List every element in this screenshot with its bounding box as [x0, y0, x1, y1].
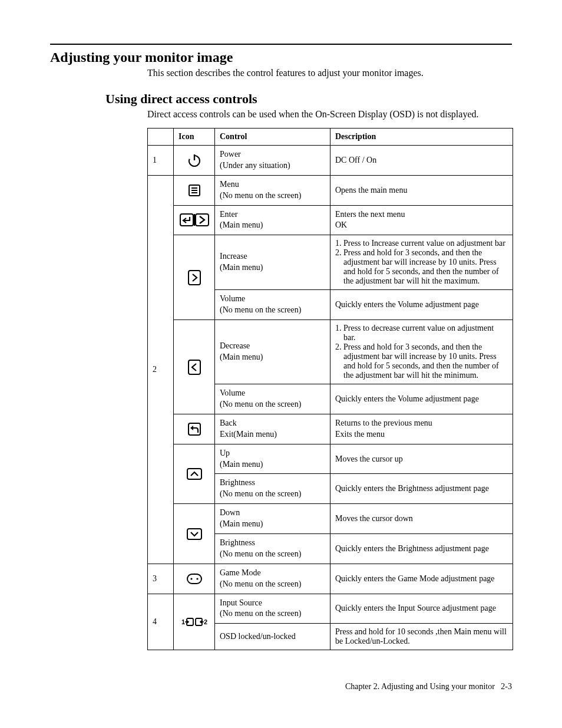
description-cell: Quickly enters the Input Source adjustme…	[330, 594, 513, 624]
control-name: Increase	[220, 252, 247, 261]
control-cell: Menu(No menu on the screen)	[215, 175, 330, 205]
control-name: Up	[220, 449, 230, 457]
desc-line: 2. Press and hold for 3 seconds, and the…	[335, 248, 508, 286]
control-cell: OSD locked/un-locked	[215, 624, 330, 650]
control-context: (No menu on the screen)	[220, 579, 301, 588]
desc-line: Enters the next menu	[335, 210, 405, 219]
description-cell: Moves the cursor down	[330, 504, 513, 534]
control-cell: Enter(Main menu)	[215, 205, 330, 235]
menu-icon	[174, 175, 215, 205]
description-cell: DC Off / On	[330, 146, 513, 176]
control-cell: Input Source(No menu on the screen)	[215, 594, 330, 624]
table-row: Enter(Main menu) Enters the next menuOK	[148, 205, 513, 235]
control-context: (Main menu)	[220, 220, 263, 229]
th-control: Control	[215, 129, 330, 146]
svg-rect-10	[189, 360, 200, 374]
control-context: (Under any situation)	[220, 161, 290, 170]
control-context: (No menu on the screen)	[220, 609, 301, 618]
control-cell: Power(Under any situation)	[215, 146, 330, 176]
row-number: 2	[148, 175, 174, 564]
control-name: Volume	[220, 294, 245, 303]
back-icon	[174, 414, 215, 444]
intro-text-1: This section describes the control featu…	[50, 68, 512, 78]
description-cell: Enters the next menuOK	[330, 205, 513, 235]
svg-rect-11	[189, 423, 200, 435]
control-cell: Decrease(Main menu)	[215, 320, 330, 384]
description-cell: Quickly enters the Brightness adjustment…	[330, 474, 513, 504]
control-context: (No menu on the screen)	[220, 305, 301, 314]
table-row: BackExit(Main menu) Returns to the previ…	[148, 414, 513, 444]
table-row: Decrease(Main menu) 1. Press to decrease…	[148, 320, 513, 384]
svg-text:1: 1	[181, 618, 185, 625]
control-cell: Brightness(No menu on the screen)	[215, 534, 330, 564]
description-cell: 1. Press to decrease current value on ad…	[330, 320, 513, 384]
control-context: (No menu on the screen)	[220, 191, 301, 200]
description-cell: Moves the cursor up	[330, 444, 513, 474]
control-cell: Brightness(No menu on the screen)	[215, 474, 330, 504]
th-icon: Icon	[174, 129, 215, 146]
table-row: 1 Power(Under any situation) DC Off / On	[148, 146, 513, 176]
table-row: 4 1 2 Input Source(No menu on the screen…	[148, 594, 513, 624]
row-number: 3	[148, 564, 174, 594]
controls-table: Icon Control Description 1 Power(Under a…	[147, 128, 513, 650]
control-name: Back	[220, 419, 237, 427]
desc-line: 1. Press to Increase current value on ad…	[335, 239, 508, 248]
description-cell: Quickly enters the Volume adjustment pag…	[330, 290, 513, 320]
heading-2: Using direct access controls	[50, 91, 512, 107]
svg-point-15	[190, 578, 192, 579]
power-icon	[174, 146, 215, 176]
control-context: Exit(Main menu)	[220, 430, 277, 439]
svg-text:2: 2	[204, 618, 207, 625]
control-context: (Main menu)	[220, 263, 263, 272]
chevron-up-icon	[174, 444, 215, 504]
control-name: Down	[220, 508, 240, 517]
gamepad-icon	[174, 564, 215, 594]
svg-rect-12	[187, 469, 201, 479]
table-row: 2 Menu(No menu on the screen) Opens the …	[148, 175, 513, 205]
control-context: (No menu on the screen)	[220, 549, 301, 558]
svg-point-16	[196, 578, 198, 579]
page-footer: Chapter 2. Adjusting and Using your moni…	[345, 682, 512, 691]
th-blank	[148, 129, 174, 146]
table-row: Increase(Main menu) 1. Press to Increase…	[148, 235, 513, 290]
svg-rect-9	[189, 271, 200, 285]
control-cell: BackExit(Main menu)	[215, 414, 330, 444]
control-context: (Main menu)	[220, 519, 263, 528]
input-source-icon: 1 2	[174, 594, 215, 650]
description-cell: Quickly enters the Game Mode adjustment …	[330, 564, 513, 594]
control-context: (No menu on the screen)	[220, 400, 301, 409]
control-name: Volume	[220, 388, 245, 397]
description-cell: Press and hold for 10 seconds ,then Main…	[330, 624, 513, 650]
chevron-down-icon	[174, 504, 215, 564]
heading-1: Adjusting your monitor image	[50, 50, 512, 65]
table-row: Down(Main menu) Moves the cursor down	[148, 504, 513, 534]
footer-chapter: Chapter 2. Adjusting and Using your moni…	[345, 682, 495, 691]
th-description: Description	[330, 129, 513, 146]
control-context: (Main menu)	[220, 353, 263, 361]
svg-rect-8	[196, 214, 209, 226]
control-name: Menu	[220, 180, 239, 189]
desc-line: Returns to the previous menu	[335, 419, 432, 427]
control-name: Input Source	[220, 598, 262, 607]
control-context: (Main menu)	[220, 460, 263, 469]
svg-rect-13	[187, 529, 201, 539]
control-name: Brightness	[220, 538, 255, 547]
control-name: Decrease	[220, 341, 250, 350]
control-cell: Volume(No menu on the screen)	[215, 290, 330, 320]
table-row: Up(Main menu) Moves the cursor up	[148, 444, 513, 474]
chevron-left-icon	[174, 320, 215, 414]
control-name: Enter	[220, 210, 237, 219]
chevron-right-icon	[174, 235, 215, 320]
intro-text-2: Direct access controls can be used when …	[50, 109, 512, 120]
control-name: Power	[220, 150, 241, 159]
svg-rect-14	[187, 574, 201, 584]
description-cell: 1. Press to Increase current value on ad…	[330, 235, 513, 290]
control-cell: Volume(No menu on the screen)	[215, 384, 330, 414]
enter-icon	[174, 205, 215, 235]
table-row: 3 Game Mode(No menu on the screen) Quick…	[148, 564, 513, 594]
control-cell: Game Mode(No menu on the screen)	[215, 564, 330, 594]
control-cell: Down(Main menu)	[215, 504, 330, 534]
description-cell: Returns to the previous menuExits the me…	[330, 414, 513, 444]
row-number: 4	[148, 594, 174, 650]
control-context: (No menu on the screen)	[220, 489, 301, 498]
